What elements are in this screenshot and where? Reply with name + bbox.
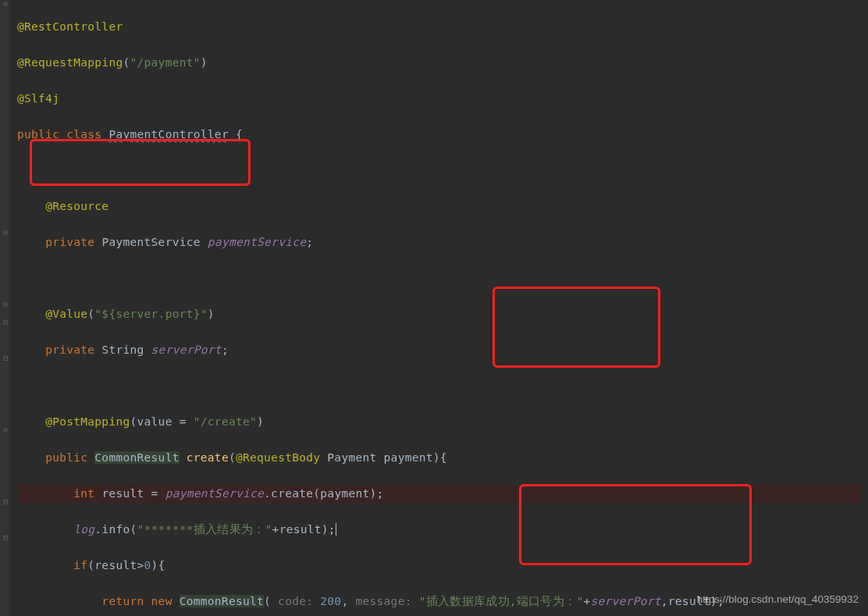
code-line <box>17 377 862 395</box>
watermark: https://blog.csdn.net/qq_40359932 <box>697 590 859 608</box>
code-line: public CommonResult create(@RequestBody … <box>17 449 862 467</box>
code-line <box>17 269 862 287</box>
code-line: @Slf4j <box>17 90 862 108</box>
fold-icon[interactable]: ⊖ <box>2 229 9 235</box>
code-editor[interactable]: ⊖ ⊖ ⊖ ⊟ ⊟ ⊖ ⊟ ⊟ @RestController @Request… <box>0 0 868 616</box>
code-line: private String serverPort; <box>17 341 862 359</box>
code-line: @Resource <box>17 198 862 215</box>
code-line: @Value("${server.port}") <box>17 305 862 323</box>
code-line: @RestController <box>17 18 862 36</box>
code-line: @PostMapping(value = "/create") <box>17 413 862 431</box>
code-line <box>17 162 862 180</box>
fold-icon[interactable]: ⊖ <box>2 0 9 6</box>
fold-icon[interactable]: ⊖ <box>2 301 9 307</box>
fold-icon[interactable]: ⊖ <box>2 426 9 433</box>
code-line: private PaymentService paymentService; <box>17 233 862 251</box>
fold-icon[interactable]: ⊟ <box>2 354 9 361</box>
code-line: @RequestMapping("/payment") <box>17 54 862 72</box>
fold-icon[interactable]: ⊟ <box>2 498 9 504</box>
code-line: if(result>0){ <box>17 557 862 575</box>
code-content[interactable]: @RestController @RequestMapping("/paymen… <box>11 0 868 616</box>
code-line: public class PaymentController { <box>17 126 862 144</box>
code-line: log.info("*******插入结果为："+result); <box>17 521 862 539</box>
code-line-highlighted: int result = paymentService.create(payme… <box>17 485 862 503</box>
fold-icon[interactable]: ⊟ <box>2 534 9 540</box>
gutter: ⊖ ⊖ ⊖ ⊟ ⊟ ⊖ ⊟ ⊟ <box>0 0 11 616</box>
fold-icon[interactable]: ⊟ <box>2 319 9 325</box>
